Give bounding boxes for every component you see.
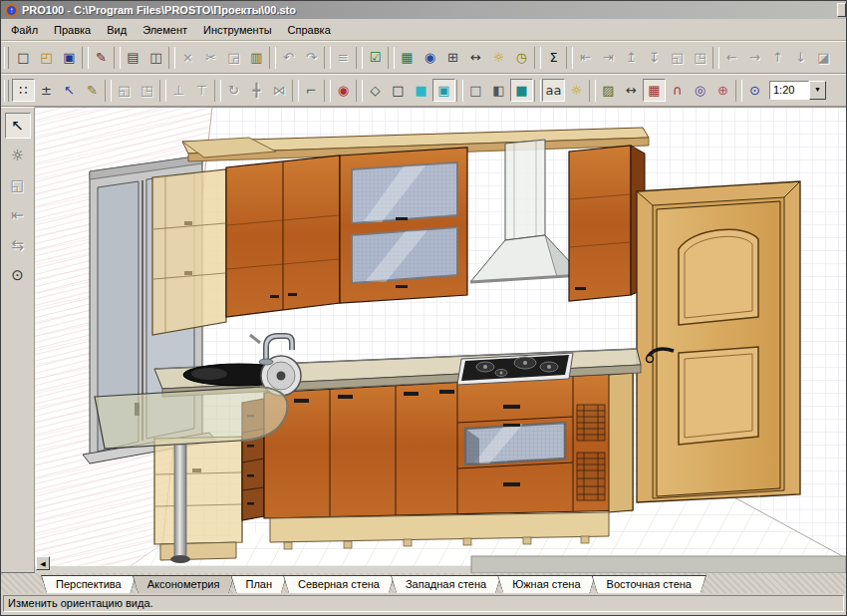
tab-north-wall[interactable]: Северная стена (283, 575, 395, 593)
contours-button[interactable]: □ (464, 79, 487, 102)
undo-button[interactable]: ↶ (277, 46, 300, 69)
lighting-button[interactable]: ☼ (565, 79, 588, 102)
structure-button[interactable]: ⊞ (441, 46, 464, 69)
open-file-button[interactable]: ◰ (35, 46, 58, 69)
autosave-clock-button[interactable]: ◷ (510, 46, 533, 69)
snap-magnet-button[interactable]: ∩ (666, 79, 689, 102)
zoom-scale-value[interactable]: 1:20 (769, 81, 809, 100)
lamp-tool[interactable]: ☼ (5, 143, 31, 168)
align-to-left-button[interactable]: ⇤ (574, 46, 597, 69)
properties-button[interactable]: ≡ (332, 46, 355, 69)
mirror-button[interactable]: ⋈ (268, 79, 291, 102)
center-vertical-button[interactable]: ⊤ (190, 79, 213, 102)
toolbar-separator (269, 47, 276, 69)
gas-hob[interactable] (457, 353, 573, 385)
toolbar-grip[interactable] (4, 80, 9, 102)
redo-button[interactable]: ↷ (300, 46, 323, 69)
price-list-button[interactable]: ▦ (396, 46, 419, 69)
corner-mode-button[interactable]: ⌐ (300, 79, 323, 102)
toolbar-grip[interactable] (4, 47, 9, 69)
design-canvas[interactable]: ◀ (35, 107, 846, 572)
toolbar-view-buttons: ∷±↖✎◱◳⊥⊤↻╋⋈⌐◉◇□■▣□◧■aa☼▨↔▦∩◎⊕⊙ (12, 79, 766, 102)
contours-edges-button[interactable]: ◧ (487, 79, 510, 102)
toolbar-standard: □◰▣✎▤◫×✂◲▥↶↷≡☑▦◉⊞↔☼◷Σ⇤⇥↥↧◱◳←→↑↓◪ (1, 41, 846, 74)
align-to-top-button[interactable]: ↥ (620, 46, 643, 69)
wire-basket-unit[interactable] (577, 405, 605, 500)
select-mode-button[interactable]: ∷ (12, 79, 35, 102)
wall-cabinet-right[interactable] (569, 146, 645, 301)
menu-file[interactable]: Файл (3, 22, 46, 38)
show-dimensions-button[interactable]: ↔ (620, 79, 643, 102)
view-colors-button[interactable]: ■ (410, 79, 432, 102)
bring-forward-button[interactable]: ◱ (113, 79, 136, 102)
arrange-button[interactable]: ◪ (812, 46, 835, 69)
snap-to-grid-button[interactable]: ⊕ (711, 79, 734, 102)
menu-view[interactable]: Вид (99, 22, 135, 38)
print-button[interactable]: ▤ (122, 46, 144, 69)
texture-fill-button[interactable]: ▨ (597, 79, 620, 102)
zoom-scale-dropdown-button[interactable]: ▼ (809, 81, 826, 100)
find-element-button[interactable]: ◉ (419, 46, 441, 69)
move-up-button[interactable]: ↑ (766, 46, 789, 69)
print-preview-button[interactable]: ◫ (144, 46, 167, 69)
move-down-button[interactable]: ↓ (789, 46, 812, 69)
interior-door[interactable] (637, 181, 800, 502)
glass-wall-cabinet[interactable] (340, 148, 467, 303)
zoom-in-button[interactable]: ⊙ (743, 79, 766, 102)
new-file-button[interactable]: □ (12, 46, 35, 69)
move-right-button[interactable]: → (743, 46, 766, 69)
view-hidden-lines-button[interactable]: □ (387, 79, 410, 102)
select-arrow-button[interactable]: ↖ (58, 79, 81, 102)
summary-button[interactable]: Σ (542, 46, 565, 69)
report-button[interactable]: ✎ (90, 46, 113, 69)
show-grid-button[interactable]: ▦ (643, 79, 666, 102)
move-element-button[interactable]: ╋ (245, 79, 268, 102)
align-tool[interactable]: ⇤ (5, 202, 31, 228)
bring-to-front-button[interactable]: ◱ (666, 46, 689, 69)
tab-south-wall[interactable]: Южная стена (497, 575, 595, 593)
move-left-button[interactable]: ← (720, 46, 743, 69)
base-end-panel[interactable] (609, 373, 633, 512)
distribute-tool[interactable]: ⇆ (5, 232, 31, 258)
delete-button[interactable]: × (176, 46, 199, 69)
menu-edit[interactable]: Правка (46, 22, 99, 38)
title-bar[interactable]: ↑ PRO100 - C:\Program Files\PROSTO\Проек… (1, 1, 846, 19)
textures-button[interactable]: ■ (510, 79, 533, 102)
snap-to-center-button[interactable]: ◎ (689, 79, 711, 102)
save-button[interactable]: ▣ (58, 46, 81, 69)
show-lights-button[interactable]: ☼ (487, 46, 510, 69)
text-labels-button[interactable]: aa (542, 79, 565, 102)
toolbar-separator (105, 80, 112, 102)
send-to-back-button[interactable]: ◳ (689, 46, 711, 69)
zoom-tool[interactable]: ⊙ (5, 262, 31, 288)
dimensions-report-button[interactable]: ↔ (464, 46, 487, 69)
view-colors-edges-button[interactable]: ▣ (432, 79, 455, 102)
copy-button[interactable]: ◲ (222, 46, 245, 69)
send-backward-button[interactable]: ◳ (136, 79, 158, 102)
center-of-rotation-button[interactable]: ◉ (332, 79, 355, 102)
align-to-bottom-button[interactable]: ↧ (643, 46, 666, 69)
menu-help[interactable]: Справка (280, 22, 339, 38)
view-wireframe-button[interactable]: ◇ (364, 79, 387, 102)
center-horizontal-button[interactable]: ⊥ (167, 79, 190, 102)
menu-element[interactable]: Элемент (135, 22, 195, 38)
tab-plan[interactable]: План (230, 575, 287, 593)
clone-tool[interactable]: ◱ (5, 172, 31, 198)
canvas-scroll-left-button[interactable]: ◀ (36, 556, 50, 570)
add-remove-selection-button[interactable]: ± (35, 79, 58, 102)
menu-tools[interactable]: Инструменты (195, 22, 280, 38)
element-list-button[interactable]: ☑ (364, 46, 387, 69)
cut-button[interactable]: ✂ (199, 46, 222, 69)
paste-button[interactable]: ▥ (245, 46, 268, 69)
tab-west-wall[interactable]: Западная стена (391, 575, 501, 593)
corner-base-cabinet[interactable] (154, 437, 242, 560)
tab-perspective[interactable]: Перспектива (41, 575, 137, 593)
window-control-partial[interactable] (837, 3, 846, 17)
draw-pen-button[interactable]: ✎ (81, 79, 104, 102)
rotate-button[interactable]: ↻ (222, 79, 245, 102)
tab-axonometry[interactable]: Аксонометрия (133, 575, 235, 593)
tab-east-wall[interactable]: Восточная стена (592, 575, 706, 593)
corner-wall-cabinet[interactable] (152, 169, 226, 335)
pointer-tool[interactable]: ↖ (5, 113, 31, 139)
align-to-right-button[interactable]: ⇥ (597, 46, 620, 69)
